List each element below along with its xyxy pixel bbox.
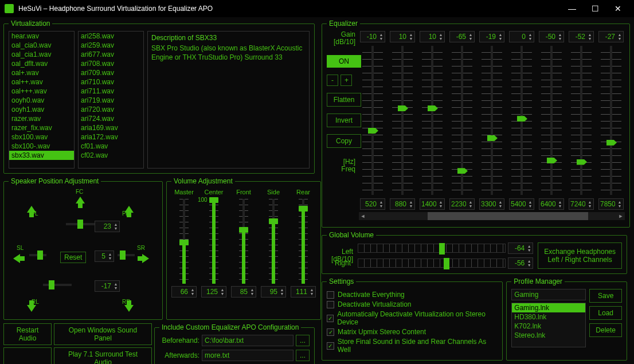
volume-slider-front[interactable] — [239, 199, 248, 284]
list-item[interactable]: aria169.wav — [79, 123, 143, 132]
play-71-button[interactable]: Play 7.1 Surround Test Audio — [54, 347, 152, 364]
list-item[interactable]: ari259.wav — [79, 41, 143, 50]
afterwards-input[interactable] — [202, 350, 293, 361]
list-item[interactable]: cf01.wav — [79, 142, 143, 151]
profile-name-input[interactable] — [511, 289, 586, 300]
beforehand-input[interactable] — [202, 335, 293, 346]
eq-band-slider-7[interactable] — [577, 46, 586, 195]
eq-gain-spinbox-5[interactable]: ▲▼ — [509, 31, 534, 42]
afterwards-browse-button[interactable]: ... — [296, 350, 310, 361]
settings-checkbox[interactable]: ✓Automatically Deactivate Virtualization… — [327, 310, 498, 326]
profile-item[interactable]: Stereo.lnk — [512, 331, 585, 340]
settings-checkbox[interactable]: ✓Store Final Sound in Side and Rear Chan… — [327, 338, 498, 354]
volume-slider-center[interactable]: 100 — [209, 199, 218, 284]
restart-audio-button[interactable]: Restart Audio — [3, 323, 52, 345]
eq-freq-spinbox-2[interactable]: ▲▼ — [420, 198, 445, 210]
eq-band-slider-1[interactable] — [398, 46, 407, 195]
list-item[interactable]: ari258.wav — [79, 32, 143, 41]
eq-freq-spinbox-5[interactable]: ▲▼ — [509, 198, 534, 210]
speaker-top-spinbox[interactable]: ▲▼ — [95, 221, 120, 232]
list-item[interactable]: ari711.wav — [79, 87, 143, 96]
settings-checkbox[interactable]: Deactivate Everything — [327, 291, 498, 299]
volume-spinbox-rear[interactable]: ▲▼ — [291, 286, 316, 298]
virtualization-list-1[interactable]: hear.wavoal_cia0.wavoal_cia1.wavoal_dflt… — [9, 31, 75, 169]
eq-freq-spinbox-0[interactable]: ▲▼ — [360, 198, 385, 210]
eq-gain-spinbox-7[interactable]: ▲▼ — [569, 31, 594, 42]
list-item[interactable]: oal++.wav — [9, 77, 74, 87]
eq-freq-spinbox-4[interactable]: ▲▼ — [479, 198, 504, 210]
eq-band-slider-2[interactable] — [428, 46, 437, 195]
settings-checkbox[interactable]: ✓Matrix Upmix Stereo Content — [327, 328, 498, 336]
eq-band-slider-3[interactable] — [457, 46, 467, 195]
speaker-top-slider[interactable] — [66, 223, 95, 225]
list-item[interactable]: ari719.wav — [79, 96, 143, 105]
eq-band-slider-0[interactable] — [368, 46, 377, 195]
eq-gain-spinbox-3[interactable]: ▲▼ — [449, 31, 475, 42]
right-volume-slider[interactable] — [358, 259, 506, 268]
list-item[interactable]: sbx100-.wav — [9, 142, 74, 151]
list-item[interactable]: ooyh1.wav — [9, 105, 74, 114]
list-item[interactable]: oal_cia0.wav — [9, 41, 74, 50]
profile-save-button[interactable]: Save — [589, 289, 622, 303]
eq-scrollbar[interactable]: ◄ ► — [359, 212, 625, 220]
volume-spinbox-side[interactable]: ▲▼ — [261, 286, 286, 298]
open-sound-panel-button[interactable]: Open Windows Sound Panel — [54, 323, 152, 345]
eq-gain-spinbox-4[interactable]: ▲▼ — [479, 31, 504, 42]
list-item[interactable]: oal+.wav — [9, 68, 74, 77]
list-item[interactable]: razer_fix.wav — [9, 123, 74, 132]
eq-gain-spinbox-0[interactable]: ▲▼ — [360, 31, 385, 42]
list-item[interactable]: ari708.wav — [79, 59, 143, 68]
list-item[interactable]: hear.wav — [9, 32, 74, 41]
profile-item[interactable]: HD380.lnk — [512, 312, 585, 322]
help-button[interactable]: HELP — [3, 347, 52, 364]
eq-gain-spinbox-6[interactable]: ▲▼ — [539, 31, 564, 42]
eq-freq-spinbox-8[interactable]: ▲▼ — [598, 198, 624, 210]
list-item[interactable]: razer.wav — [9, 114, 74, 123]
volume-spinbox-front[interactable]: ▲▼ — [231, 286, 256, 298]
scroll-left-icon[interactable]: ◄ — [359, 212, 367, 220]
reset-button[interactable]: Reset — [60, 252, 86, 263]
volume-slider-rear[interactable] — [299, 199, 308, 284]
eq-invert-button[interactable]: Invert — [327, 113, 361, 127]
eq-band-slider-6[interactable] — [547, 46, 556, 195]
eq-band-slider-8[interactable] — [606, 46, 616, 195]
list-item[interactable]: aria172.wav — [79, 132, 143, 142]
eq-freq-spinbox-3[interactable]: ▲▼ — [449, 198, 475, 210]
eq-freq-spinbox-6[interactable]: ▲▼ — [539, 198, 564, 210]
close-button[interactable]: ✕ — [606, 4, 629, 13]
eq-plus-button[interactable]: + — [341, 75, 352, 86]
list-item[interactable]: sbx100.wav — [9, 132, 74, 142]
eq-gain-spinbox-2[interactable]: ▲▼ — [420, 31, 445, 42]
list-item[interactable]: ari724.wav — [79, 114, 143, 123]
profile-delete-button[interactable]: Delete — [589, 323, 622, 337]
profile-item[interactable]: Gaming.lnk — [512, 303, 585, 312]
left-volume-spinbox[interactable]: ▲▼ — [508, 242, 533, 254]
eq-band-slider-4[interactable] — [487, 46, 496, 195]
maximize-button[interactable]: ☐ — [584, 4, 606, 13]
beforehand-browse-button[interactable]: ... — [296, 335, 310, 346]
profile-item[interactable]: K702.lnk — [512, 322, 585, 331]
eq-on-button[interactable]: ON — [327, 55, 361, 68]
right-volume-spinbox[interactable]: ▲▼ — [508, 257, 533, 269]
minimize-button[interactable]: — — [561, 4, 584, 13]
eq-gain-spinbox-1[interactable]: ▲▼ — [390, 31, 415, 42]
profile-list[interactable]: Gaming.lnkHD380.lnkK702.lnkStereo.lnk — [511, 303, 586, 347]
eq-copy-button[interactable]: Copy — [327, 134, 361, 148]
volume-spinbox-master[interactable]: ▲▼ — [171, 286, 197, 298]
list-item[interactable]: cf02.wav — [79, 151, 143, 160]
list-item[interactable]: sbx33.wav — [9, 151, 74, 160]
eq-gain-spinbox-8[interactable]: ▲▼ — [598, 31, 624, 42]
speaker-bot-spinbox[interactable]: ▲▼ — [95, 280, 120, 292]
list-item[interactable]: oal_cia1.wav — [9, 50, 74, 59]
exchange-channels-button[interactable]: Exchange Headphones Left / Right Channel… — [538, 242, 622, 269]
speaker-bot-slider[interactable] — [43, 284, 72, 286]
speaker-sr-slider[interactable] — [118, 254, 135, 256]
list-item[interactable]: oal+++.wav — [9, 87, 74, 96]
eq-freq-spinbox-1[interactable]: ▲▼ — [390, 198, 415, 210]
list-item[interactable]: ari677.wav — [79, 50, 143, 59]
speaker-sl-slider[interactable] — [29, 254, 46, 256]
list-item[interactable]: ooyh0.wav — [9, 96, 74, 105]
virtualization-list-2[interactable]: ari258.wavari259.wavari677.wavari708.wav… — [78, 31, 144, 169]
list-item[interactable]: ari710.wav — [79, 77, 143, 87]
profile-load-button[interactable]: Load — [589, 306, 622, 320]
